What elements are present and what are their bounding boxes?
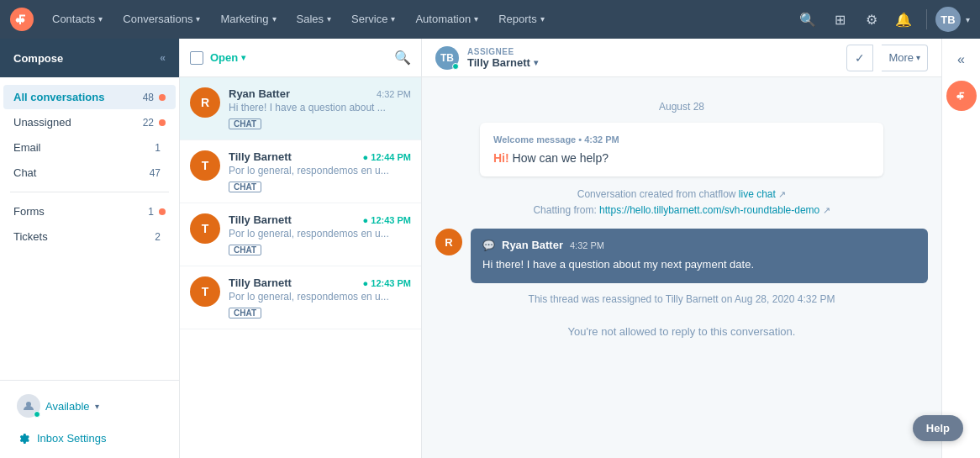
- chat-panel: TB Assignee Tilly Barnett ▾ ✓ More ▾ Aug…: [422, 39, 941, 458]
- chat-message-icon: 💬: [482, 240, 495, 251]
- welcome-hi: Hi!: [493, 151, 509, 165]
- select-all-checkbox[interactable]: [190, 51, 203, 65]
- conversation-item[interactable]: T Tilly Barnett ● 12:43 PM Por lo genera…: [180, 266, 421, 329]
- sidebar-nav: All conversations 48 Unassigned 22 Email…: [0, 77, 179, 256]
- right-panel-collapse[interactable]: «: [951, 45, 972, 74]
- nav-marketing[interactable]: Marketing ▾: [212, 0, 284, 39]
- service-chevron: ▾: [391, 14, 395, 24]
- notifications-icon[interactable]: 🔔: [889, 5, 918, 34]
- compose-button[interactable]: Compose «: [0, 39, 179, 77]
- forms-dot: [159, 208, 166, 215]
- conversation-list: Open ▾ 🔍 R Ryan Batter 4:32 PM Hi there!…: [180, 39, 422, 458]
- availability-avatar: [17, 394, 40, 418]
- help-button[interactable]: Help: [913, 415, 963, 441]
- nav-contacts[interactable]: Contacts ▾: [44, 0, 111, 39]
- sidebar-item-chat[interactable]: Chat 47: [3, 161, 176, 185]
- nav-icon-group: 🔍 ⊞ ⚙ 🔔 TB ▾: [793, 5, 970, 34]
- tilly-avatar-2: T: [190, 213, 220, 244]
- inbox-settings-link[interactable]: Inbox Settings: [10, 426, 169, 450]
- conversations-chevron: ▾: [196, 14, 200, 24]
- hubspot-logo[interactable]: [10, 8, 34, 31]
- nav-sales[interactable]: Sales ▾: [288, 0, 340, 39]
- chat-body: August 28 Welcome message • 4:32 PM Hi! …: [422, 77, 941, 458]
- conversation-item[interactable]: T Tilly Barnett ● 12:43 PM Por lo genera…: [180, 203, 421, 266]
- sidebar-divider: [10, 192, 169, 192]
- welcome-rest: How can we help?: [509, 151, 609, 165]
- filter-chevron-icon: ▾: [241, 53, 245, 62]
- chat-header: TB Assignee Tilly Barnett ▾ ✓ More ▾: [422, 39, 941, 77]
- more-chevron-icon: ▾: [916, 53, 920, 62]
- sidebar-item-tickets[interactable]: Tickets 2: [3, 224, 176, 249]
- search-conversations-icon[interactable]: 🔍: [394, 50, 411, 66]
- sidebar-footer: Available ▾ Inbox Settings: [0, 380, 179, 458]
- welcome-message-bubble: Welcome message • 4:32 PM Hi! How can we…: [480, 123, 883, 176]
- assignee-selector[interactable]: Tilly Barnett ▾: [467, 56, 538, 69]
- user-message-avatar: R: [435, 229, 462, 255]
- reply-not-allowed-notice: You're not allowed to reply to this conv…: [435, 315, 928, 348]
- reports-chevron: ▾: [540, 14, 545, 24]
- conv-list-header: Open ▾ 🔍: [180, 39, 421, 77]
- hubspot-icon-button[interactable]: [946, 81, 977, 111]
- live-chat-link[interactable]: live chat: [739, 188, 776, 200]
- tilly-avatar-1: T: [190, 150, 220, 181]
- all-conversations-dot: [159, 94, 166, 101]
- nav-divider: [926, 9, 927, 29]
- filter-button[interactable]: Open ▾: [210, 51, 245, 64]
- resolve-button[interactable]: ✓: [846, 45, 873, 71]
- marketing-chevron: ▾: [272, 14, 277, 24]
- nav-conversations[interactable]: Conversations ▾: [114, 0, 208, 39]
- chatflow-url-link[interactable]: https://hello.tillybarnett.com/svh-round…: [599, 204, 819, 216]
- sidebar-item-forms[interactable]: Forms 1: [3, 199, 176, 224]
- more-options-button[interactable]: More ▾: [882, 45, 928, 71]
- automation-chevron: ▾: [474, 14, 478, 24]
- user-avatar[interactable]: TB: [935, 7, 961, 32]
- sidebar: Compose « All conversations 48 Unassigne…: [0, 39, 180, 458]
- sidebar-item-unassigned[interactable]: Unassigned 22: [3, 110, 176, 134]
- conversation-item[interactable]: R Ryan Batter 4:32 PM Hi there! I have a…: [180, 77, 421, 140]
- unassigned-dot: [159, 119, 166, 126]
- user-message-row: R 💬 Ryan Batter 4:32 PM Hi there! I have…: [435, 229, 928, 283]
- app-body: Compose « All conversations 48 Unassigne…: [0, 39, 980, 458]
- nav-reports[interactable]: Reports ▾: [490, 0, 553, 39]
- conversation-item[interactable]: T Tilly Barnett ● 12:44 PM Por lo genera…: [180, 140, 421, 203]
- settings-icon[interactable]: ⚙: [857, 5, 886, 34]
- sidebar-item-email[interactable]: Email 1: [3, 135, 176, 160]
- sales-chevron: ▾: [327, 14, 331, 24]
- reassigned-note: This thread was reassigned to Tilly Barn…: [435, 293, 928, 305]
- external-link-icon-2: ↗: [823, 205, 830, 215]
- search-icon[interactable]: 🔍: [793, 5, 822, 34]
- top-navigation: Contacts ▾ Conversations ▾ Marketing ▾ S…: [0, 0, 980, 39]
- assignee-chevron-icon: ▾: [534, 58, 538, 67]
- availability-online-dot: [34, 411, 40, 418]
- assignee-avatar: TB: [435, 46, 459, 70]
- nav-automation[interactable]: Automation ▾: [407, 0, 487, 39]
- chatflow-info: Conversation created from chatflow live …: [435, 187, 928, 218]
- assignee-online-dot: [452, 63, 459, 70]
- ryan-avatar: R: [190, 87, 220, 118]
- user-message-bubble: 💬 Ryan Batter 4:32 PM Hi there! I have a…: [471, 229, 928, 283]
- marketplace-icon[interactable]: ⊞: [825, 5, 854, 34]
- sidebar-collapse-icon[interactable]: «: [160, 52, 166, 64]
- external-link-icon: ↗: [778, 189, 786, 199]
- availability-selector[interactable]: Available ▾: [10, 389, 169, 423]
- availability-chevron: ▾: [95, 402, 99, 411]
- date-divider: August 28: [435, 101, 928, 113]
- right-panel: «: [941, 39, 980, 458]
- contacts-chevron: ▾: [98, 14, 103, 24]
- avatar-chevron[interactable]: ▾: [966, 15, 970, 24]
- sidebar-item-all-conversations[interactable]: All conversations 48: [3, 85, 176, 109]
- nav-service[interactable]: Service ▾: [343, 0, 403, 39]
- tilly-avatar-3: T: [190, 276, 220, 307]
